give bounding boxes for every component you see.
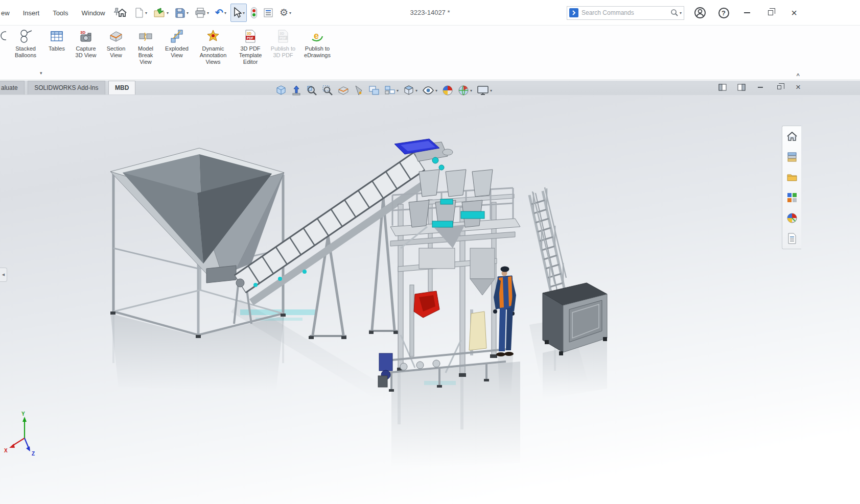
doc-close-button[interactable]: × (794, 83, 803, 92)
chevron-down-icon[interactable]: ▾ (224, 11, 226, 15)
tab-evaluate[interactable]: aluate (0, 81, 25, 94)
tab-mbd[interactable]: MBD (108, 81, 135, 94)
eye-icon (422, 86, 434, 95)
minimize-button[interactable] (739, 5, 755, 20)
menu-tools[interactable]: Tools (46, 6, 75, 20)
undo-button[interactable]: ↶ ▾ (213, 4, 228, 22)
exploded-view-button[interactable]: Exploded View (162, 29, 191, 59)
chevron-down-icon[interactable]: ▾ (415, 88, 417, 93)
file-explorer-button[interactable] (785, 170, 799, 184)
hide-show-items-button[interactable]: ▾ (422, 85, 438, 96)
section-view-button[interactable]: Section View (103, 29, 129, 59)
options-list-button[interactable] (261, 4, 275, 22)
home-button[interactable] (114, 4, 130, 22)
chevron-down-icon[interactable]: ▾ (167, 11, 169, 15)
ribbon-button-label: 3D PDF Template Editor (235, 45, 266, 65)
chevron-down-icon[interactable]: ▾ (187, 11, 189, 15)
tab-solidworks-addins[interactable]: SOLIDWORKS Add-Ins (28, 81, 105, 94)
magnifier-area-icon (322, 85, 333, 96)
appearance-globe-icon (786, 212, 798, 224)
apply-scene-button[interactable]: ▾ (457, 84, 473, 97)
dynamic-annotation-views-button[interactable]: Dynamic Annotation Views (195, 29, 231, 65)
scene-sphere-icon (458, 85, 469, 96)
menu-view[interactable]: ew (0, 6, 16, 20)
search-input[interactable] (578, 9, 670, 16)
stacked-balloons-button[interactable]: Stacked Balloons (10, 29, 41, 59)
3d-pdf-template-editor-button[interactable]: 3DPDF 3D PDF Template Editor (235, 29, 266, 65)
ribbon-collapse-chevron[interactable]: ^ (797, 73, 800, 79)
zoom-to-fit-button[interactable] (275, 84, 287, 97)
graphics-area[interactable]: Y X Z (0, 95, 860, 504)
clip-icon (354, 85, 364, 96)
balloon-button-partial[interactable] (0, 29, 6, 45)
annotation-clip-button[interactable] (353, 84, 364, 97)
ribbon-flyout-caret[interactable]: ▾ (40, 70, 42, 76)
solidworks-window: ew Insert Tools Window ▾ ▾ ▾ (0, 0, 860, 504)
menu-window[interactable]: Window (75, 6, 112, 20)
menu-list: ew Insert Tools Window (0, 0, 120, 26)
chevron-down-icon[interactable]: ▾ (680, 11, 682, 15)
pane-left-icon[interactable] (718, 83, 727, 92)
search-icon[interactable] (670, 9, 679, 17)
svg-text:X: X (4, 448, 8, 453)
edit-appearance-button[interactable] (441, 84, 454, 97)
chevron-down-icon[interactable]: ▾ (435, 88, 437, 93)
print-button[interactable]: ▾ (193, 4, 211, 22)
display-style-button[interactable]: ▾ (384, 84, 399, 97)
new-document-button[interactable]: ▾ (132, 4, 149, 22)
doc-restore-button[interactable] (775, 83, 784, 92)
section-view-toggle-button[interactable] (337, 84, 350, 97)
section-view-icon (109, 29, 123, 44)
chevron-down-icon[interactable]: ▾ (207, 11, 209, 15)
left-panel-collapse-tab[interactable]: ◀ (0, 268, 7, 282)
display-style-icon (384, 85, 396, 95)
chevron-down-icon[interactable]: ▾ (470, 88, 472, 93)
tables-button[interactable]: Tables (45, 29, 68, 52)
view-orientation-cube-button[interactable]: ▾ (403, 84, 418, 97)
view-orientation-arrow-button[interactable] (291, 84, 302, 97)
publish-edrawings-button[interactable]: e Publish to eDrawings (300, 29, 334, 59)
view-window-button[interactable] (368, 84, 380, 97)
close-button[interactable]: × (786, 5, 802, 20)
appearances-scenes-button[interactable] (785, 211, 799, 225)
monitor-icon (477, 85, 489, 95)
pane-right-icon[interactable] (737, 83, 746, 92)
resources-home-button[interactable] (785, 129, 799, 143)
ribbon-row: Stacked Balloons Tables 3D Capture 3D Vi… (0, 26, 860, 65)
3d-pdf-icon: 3DPDF (244, 29, 257, 44)
search-launch-icon[interactable] (569, 8, 578, 17)
chevron-down-icon[interactable]: ▾ (289, 11, 291, 15)
select-tool-button[interactable]: ▾ (230, 4, 247, 22)
open-button[interactable]: ▾ (151, 4, 171, 22)
chevron-down-icon[interactable]: ▾ (145, 11, 147, 15)
zoom-to-area-button[interactable] (321, 84, 334, 97)
rebuild-button[interactable] (249, 4, 259, 22)
menu-insert[interactable]: Insert (16, 6, 47, 20)
design-library-button[interactable] (785, 150, 799, 164)
svg-text:3D: 3D (80, 30, 85, 35)
chevron-down-icon[interactable]: ▾ (490, 88, 492, 93)
doc-minimize-button[interactable] (756, 83, 765, 92)
help-button[interactable]: ? (716, 5, 731, 20)
document-window-controls: × (718, 83, 803, 92)
folder-icon (786, 173, 798, 182)
orientation-triad: Y X Z (4, 411, 35, 457)
account-button[interactable] (692, 5, 708, 20)
view-palette-button[interactable] (785, 190, 799, 205)
model-break-view-button[interactable]: Model Break View (132, 29, 159, 65)
svg-text:PDF: PDF (280, 36, 286, 40)
ribbon-button-label: Capture 3D View (72, 45, 100, 59)
ribbon-button-label: Publish to 3D PDF (269, 45, 297, 59)
stairs (529, 187, 572, 323)
camera-3d-icon: 3D (79, 29, 93, 44)
chevron-down-icon[interactable]: ▾ (243, 11, 245, 15)
settings-button[interactable]: ⚙ ▾ (277, 4, 293, 22)
save-button[interactable]: ▾ (173, 4, 191, 22)
restore-button[interactable] (763, 5, 778, 20)
zoom-in-button[interactable] (306, 84, 318, 97)
custom-properties-button[interactable] (785, 231, 799, 246)
capture-3d-view-button[interactable]: 3D Capture 3D View (72, 29, 100, 59)
view-settings-button[interactable]: ▾ (476, 84, 493, 97)
magnifier-icon (306, 85, 317, 96)
chevron-down-icon[interactable]: ▾ (397, 88, 399, 93)
